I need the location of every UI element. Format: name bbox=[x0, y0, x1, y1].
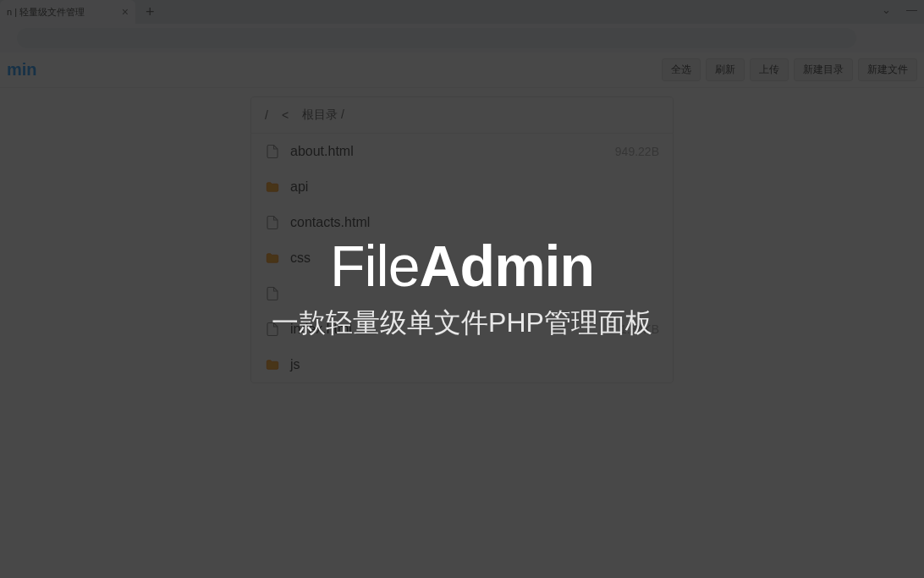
file-panel: / < 根目录 / about.html949.22Bapicontacts.h… bbox=[250, 96, 674, 383]
menu-icon[interactable]: ⌄ bbox=[882, 3, 891, 16]
file-size: 949.22B bbox=[615, 145, 659, 158]
upload-button[interactable]: 上传 bbox=[750, 58, 789, 81]
tab-bar: n | 轻量级文件管理 × + ⌄ — bbox=[0, 0, 924, 24]
breadcrumb: / < 根目录 / bbox=[251, 97, 673, 134]
file-name: about.html bbox=[290, 144, 605, 159]
file-row[interactable]: contacts.html bbox=[251, 205, 673, 240]
file-row[interactable]: index.html1.34KB bbox=[251, 311, 673, 347]
app-header: min 全选 刷新 上传 新建目录 新建文件 bbox=[0, 52, 924, 88]
file-list: about.html949.22Bapicontacts.htmlcssinde… bbox=[251, 134, 673, 383]
file-icon bbox=[265, 144, 280, 159]
breadcrumb-back[interactable]: < bbox=[282, 108, 289, 122]
minimize-icon[interactable]: — bbox=[906, 3, 917, 16]
folder-icon bbox=[265, 179, 280, 195]
window-controls: ⌄ — bbox=[882, 3, 917, 16]
file-icon bbox=[265, 322, 280, 337]
close-icon[interactable]: × bbox=[122, 5, 129, 19]
breadcrumb-label[interactable]: 根目录 / bbox=[302, 107, 344, 123]
file-icon bbox=[265, 286, 280, 301]
file-name: contacts.html bbox=[290, 215, 649, 230]
file-name: index.html bbox=[290, 322, 610, 337]
refresh-button[interactable]: 刷新 bbox=[706, 58, 745, 81]
address-bar-wrap bbox=[0, 24, 924, 52]
folder-icon bbox=[265, 250, 280, 266]
browser-tab[interactable]: n | 轻量级文件管理 × bbox=[0, 0, 135, 24]
file-row[interactable]: js bbox=[251, 347, 673, 383]
file-icon bbox=[265, 215, 280, 230]
new-file-button[interactable]: 新建文件 bbox=[858, 58, 917, 81]
file-name: css bbox=[290, 250, 649, 266]
select-all-button[interactable]: 全选 bbox=[662, 58, 701, 81]
file-row[interactable]: about.html949.22B bbox=[251, 134, 673, 169]
toolbar: 全选 刷新 上传 新建目录 新建文件 bbox=[662, 58, 917, 81]
file-size: 1.34KB bbox=[620, 322, 659, 336]
folder-icon bbox=[265, 357, 280, 372]
file-name: api bbox=[290, 179, 649, 195]
browser-chrome: n | 轻量级文件管理 × + ⌄ — bbox=[0, 0, 924, 52]
address-bar[interactable] bbox=[17, 28, 856, 48]
file-row[interactable] bbox=[251, 276, 673, 311]
tab-title: n | 轻量级文件管理 bbox=[7, 6, 115, 19]
file-row[interactable]: api bbox=[251, 169, 673, 205]
app-logo: min bbox=[7, 60, 37, 80]
new-tab-button[interactable]: + bbox=[146, 3, 155, 21]
new-folder-button[interactable]: 新建目录 bbox=[794, 58, 853, 81]
breadcrumb-root[interactable]: / bbox=[265, 108, 268, 122]
file-name: js bbox=[290, 357, 649, 372]
file-row[interactable]: css bbox=[251, 240, 673, 276]
